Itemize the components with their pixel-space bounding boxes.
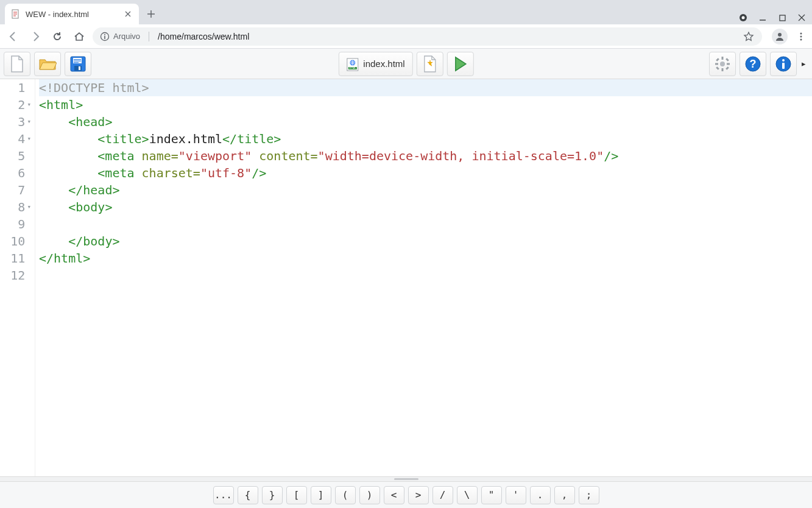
code-line[interactable]: <html> bbox=[39, 96, 812, 113]
symbol-button[interactable]: " bbox=[481, 486, 502, 504]
window-minimize-button[interactable] bbox=[758, 13, 767, 22]
symbol-button[interactable]: ) bbox=[359, 486, 380, 504]
code-area[interactable]: <!DOCTYPE html><html> <head> <title>inde… bbox=[35, 79, 812, 476]
profile-avatar-icon[interactable] bbox=[772, 29, 788, 44]
current-file-chip[interactable]: HTML index.html bbox=[338, 52, 412, 76]
svg-rect-29 bbox=[726, 58, 729, 62]
svg-point-34 bbox=[782, 59, 785, 62]
code-line[interactable]: <meta charset="utf-8"/> bbox=[39, 164, 812, 182]
symbol-button[interactable]: ... bbox=[213, 486, 234, 504]
svg-point-2 bbox=[742, 16, 745, 19]
svg-point-7 bbox=[778, 33, 782, 37]
fold-toggle-icon bbox=[27, 233, 31, 250]
fold-toggle-icon bbox=[27, 182, 31, 199]
symbol-button[interactable]: > bbox=[408, 486, 429, 504]
window-maximize-button[interactable] bbox=[778, 13, 786, 22]
tab-favicon-icon bbox=[11, 9, 21, 19]
symbol-button[interactable]: ( bbox=[335, 486, 356, 504]
svg-rect-30 bbox=[716, 66, 719, 70]
bookmark-star-icon[interactable] bbox=[743, 30, 755, 43]
symbol-button[interactable]: . bbox=[530, 486, 551, 504]
symbol-button[interactable]: / bbox=[432, 486, 453, 504]
code-line[interactable]: </head> bbox=[39, 182, 812, 199]
url-path: /home/marcos/wew.html bbox=[158, 32, 249, 41]
svg-rect-6 bbox=[104, 36, 105, 39]
nav-back-button[interactable] bbox=[5, 28, 22, 45]
nav-reload-button[interactable] bbox=[49, 28, 66, 45]
code-line[interactable]: </body> bbox=[39, 233, 812, 250]
panel-resize-handle[interactable] bbox=[0, 476, 812, 481]
browser-tab-strip: WEW - index.html bbox=[0, 0, 812, 24]
svg-rect-14 bbox=[74, 60, 81, 61]
about-button[interactable] bbox=[770, 52, 797, 76]
address-bar: Arquivo /home/marcos/wew.html bbox=[0, 24, 812, 49]
window-close-button[interactable] bbox=[797, 13, 806, 22]
save-file-button[interactable] bbox=[65, 52, 91, 76]
omnibox[interactable]: Arquivo /home/marcos/wew.html bbox=[93, 27, 762, 46]
browser-menu-icon[interactable] bbox=[795, 30, 807, 43]
code-line[interactable]: <body> bbox=[39, 199, 812, 216]
fold-toggle-icon[interactable]: ▾ bbox=[27, 130, 31, 147]
line-number: 5 bbox=[0, 147, 31, 164]
line-number: 10 bbox=[0, 233, 31, 250]
code-line[interactable]: <head> bbox=[39, 113, 812, 130]
svg-rect-17 bbox=[79, 66, 80, 70]
help-button[interactable]: ? bbox=[740, 52, 766, 76]
symbol-button[interactable]: , bbox=[554, 486, 575, 504]
site-info-icon[interactable]: Arquivo bbox=[100, 32, 140, 41]
nav-home-button[interactable] bbox=[71, 28, 88, 45]
nav-forward-button[interactable] bbox=[27, 28, 44, 45]
settings-button[interactable] bbox=[709, 52, 736, 76]
line-number: 4▾ bbox=[0, 130, 31, 147]
toolbar-center-group: HTML index.html bbox=[338, 52, 473, 76]
svg-rect-25 bbox=[715, 63, 718, 65]
svg-rect-28 bbox=[726, 66, 729, 70]
symbol-button[interactable]: { bbox=[238, 486, 258, 504]
line-number: 8▾ bbox=[0, 199, 31, 216]
svg-rect-35 bbox=[782, 63, 785, 69]
new-file-button[interactable] bbox=[4, 52, 30, 76]
svg-rect-16 bbox=[74, 66, 82, 71]
symbol-insert-bar: ...{}[]()<>/\"'.,; bbox=[0, 481, 812, 508]
html-file-icon: HTML bbox=[346, 58, 358, 70]
symbol-button[interactable]: } bbox=[262, 486, 283, 504]
symbol-button[interactable]: ; bbox=[579, 486, 599, 504]
file-action-button[interactable] bbox=[417, 52, 443, 76]
svg-rect-26 bbox=[727, 63, 730, 65]
line-number: 7 bbox=[0, 182, 31, 199]
svg-text:HTML: HTML bbox=[349, 66, 356, 69]
current-file-name: index.html bbox=[363, 58, 404, 69]
toolbar-overflow-icon[interactable]: ▸ bbox=[802, 59, 806, 68]
code-line[interactable]: </html> bbox=[39, 250, 812, 267]
code-line[interactable]: <!DOCTYPE html> bbox=[39, 79, 812, 96]
svg-point-10 bbox=[800, 38, 802, 40]
symbol-button[interactable]: ' bbox=[506, 486, 526, 504]
code-line[interactable]: <title>index.html</title> bbox=[39, 130, 812, 147]
svg-point-22 bbox=[720, 62, 725, 66]
code-line[interactable] bbox=[39, 216, 812, 233]
symbol-button[interactable]: [ bbox=[286, 486, 307, 504]
symbol-button[interactable]: ] bbox=[311, 486, 331, 504]
fold-toggle-icon[interactable]: ▾ bbox=[27, 96, 31, 113]
code-line[interactable] bbox=[39, 267, 812, 284]
tab-close-icon[interactable] bbox=[123, 9, 133, 19]
incognito-indicator-icon[interactable] bbox=[739, 13, 747, 22]
symbol-button[interactable]: \ bbox=[457, 486, 478, 504]
fold-toggle-icon[interactable]: ▾ bbox=[27, 113, 31, 130]
run-button[interactable] bbox=[447, 52, 474, 76]
open-file-button[interactable] bbox=[34, 52, 61, 76]
line-number: 9 bbox=[0, 216, 31, 233]
browser-tab[interactable]: WEW - index.html bbox=[5, 4, 139, 24]
code-line[interactable]: <meta name="viewport" content="width=dev… bbox=[39, 147, 812, 164]
new-tab-button[interactable] bbox=[143, 5, 160, 23]
url-scheme-label: Arquivo bbox=[113, 32, 140, 41]
fold-toggle-icon[interactable]: ▾ bbox=[27, 199, 31, 216]
svg-rect-23 bbox=[722, 57, 724, 60]
url-separator bbox=[149, 32, 149, 41]
tab-title: WEW - index.html bbox=[26, 10, 118, 19]
line-number: 3▾ bbox=[0, 113, 31, 130]
svg-rect-15 bbox=[74, 62, 79, 63]
svg-text:?: ? bbox=[750, 58, 757, 70]
symbol-button[interactable]: < bbox=[384, 486, 404, 504]
code-editor[interactable]: 1 2▾3▾4▾5 6 7 8▾9 10 11 12 <!DOCTYPE htm… bbox=[0, 79, 812, 476]
